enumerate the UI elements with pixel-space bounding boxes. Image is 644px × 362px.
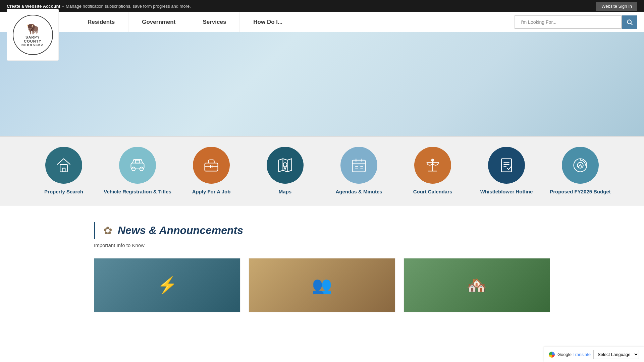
website-sign-in-button[interactable]: Website Sign In — [596, 2, 637, 11]
logo-county: SARPY COUNTY — [17, 35, 49, 43]
nav-government[interactable]: Government — [128, 12, 189, 32]
budget-label: Proposed FY2025 Budget — [550, 188, 611, 195]
logo-circle: 🦬 SARPY COUNTY NEBRASKA — [13, 15, 53, 55]
svg-point-32 — [574, 159, 587, 172]
logo-area[interactable]: 🦬 SARPY COUNTY NEBRASKA — [7, 9, 59, 61]
hero-banner — [0, 32, 644, 136]
section-border-decoration — [94, 222, 95, 239]
svg-rect-3 — [62, 168, 65, 172]
news-card-2-image: 👥 — [249, 258, 395, 312]
main-nav: Residents Government Services How Do I..… — [74, 12, 296, 32]
car-icon — [129, 157, 146, 174]
news-section-header: ✿ News & Announcements — [94, 222, 550, 239]
property-search-icon-circle — [45, 147, 82, 184]
footer-language-bar: Google Translate Select Language — [544, 347, 644, 362]
home-icon — [55, 157, 72, 174]
nav-howdoi[interactable]: How Do I... — [240, 12, 296, 32]
court-icon-circle — [414, 147, 451, 184]
search-input[interactable] — [515, 15, 622, 29]
vehicle-registration-label: Vehicle Registration & Titles — [104, 188, 171, 195]
vehicle-icon-circle — [119, 147, 156, 184]
quick-links-row: Property Search Vehicle Registration & T… — [0, 136, 644, 205]
quick-link-apply-job[interactable]: Apply For A Job — [174, 147, 248, 195]
whistleblower-label: Whistleblower Hotline — [480, 188, 533, 195]
svg-point-0 — [627, 20, 631, 24]
svg-rect-16 — [353, 160, 366, 172]
create-account-link[interactable]: Create a Website Account — [7, 4, 60, 9]
search-area — [515, 15, 637, 29]
job-icon-circle — [193, 147, 230, 184]
news-card-3-image: 🏘️ — [404, 258, 550, 312]
maps-icon-circle — [267, 147, 304, 184]
logo-state: NEBRASKA — [21, 43, 44, 47]
agendas-icon-circle — [340, 147, 377, 184]
top-bar: Create a Website Account - Manage notifi… — [0, 0, 644, 12]
nav-residents[interactable]: Residents — [74, 12, 128, 32]
calendar-icon — [350, 157, 368, 174]
quick-link-maps[interactable]: Maps — [248, 147, 322, 195]
svg-rect-8 — [205, 163, 218, 171]
svg-point-15 — [283, 163, 287, 166]
news-card-2[interactable]: 👥 — [249, 258, 395, 312]
main-content: ✿ News & Announcements Important Info to… — [0, 205, 644, 326]
quick-link-whistleblower[interactable]: Whistleblower Hotline — [470, 147, 543, 195]
top-bar-separator: - — [62, 4, 64, 9]
translate-link[interactable]: Translate — [573, 352, 591, 357]
briefcase-icon — [203, 157, 220, 174]
scales-icon — [424, 157, 441, 174]
agendas-label: Agendas & Minutes — [335, 188, 382, 195]
quick-link-court-calendars[interactable]: Court Calendars — [396, 147, 470, 195]
maps-label: Maps — [279, 188, 291, 195]
nav-services[interactable]: Services — [189, 12, 240, 32]
quick-link-budget[interactable]: Proposed FY2025 Budget — [543, 147, 617, 195]
news-section-icon: ✿ — [103, 224, 112, 237]
court-calendars-label: Court Calendars — [413, 188, 452, 195]
bison-icon: 🦬 — [26, 23, 39, 35]
news-cards-container: ⚡ 👥 🏘️ — [94, 258, 550, 312]
svg-rect-7 — [136, 160, 140, 163]
nav-bar: 🦬 SARPY COUNTY NEBRASKA Residents Govern… — [0, 12, 644, 32]
news-card-1[interactable]: ⚡ — [94, 258, 240, 312]
quick-link-property-search[interactable]: Property Search — [27, 147, 101, 195]
news-section-title: News & Announcements — [118, 224, 243, 237]
google-logo-icon — [549, 352, 555, 358]
apply-job-label: Apply For A Job — [192, 188, 231, 195]
news-card-1-image: ⚡ — [94, 258, 240, 312]
checklist-icon — [498, 157, 515, 174]
svg-line-1 — [631, 23, 633, 25]
top-bar-left: Create a Website Account - Manage notifi… — [7, 4, 191, 9]
quick-link-agendas[interactable]: Agendas & Minutes — [322, 147, 396, 195]
budget-icon-circle — [562, 147, 599, 184]
google-translate-label: Google Translate — [557, 352, 591, 357]
search-button[interactable] — [622, 15, 637, 29]
news-card-3[interactable]: 🏘️ — [404, 258, 550, 312]
search-icon — [626, 19, 633, 25]
language-select[interactable]: Select Language — [593, 350, 639, 359]
svg-rect-28 — [501, 159, 512, 172]
property-search-label: Property Search — [44, 188, 83, 195]
map-icon — [276, 157, 294, 174]
quick-link-vehicle-registration[interactable]: Vehicle Registration & Titles — [101, 147, 174, 195]
news-section-subtitle: Important Info to Know — [94, 242, 550, 248]
money-icon — [572, 157, 589, 174]
top-bar-description: Manage notification subscriptions, save … — [66, 4, 191, 9]
svg-rect-4 — [131, 163, 144, 169]
whistleblower-icon-circle — [488, 147, 525, 184]
